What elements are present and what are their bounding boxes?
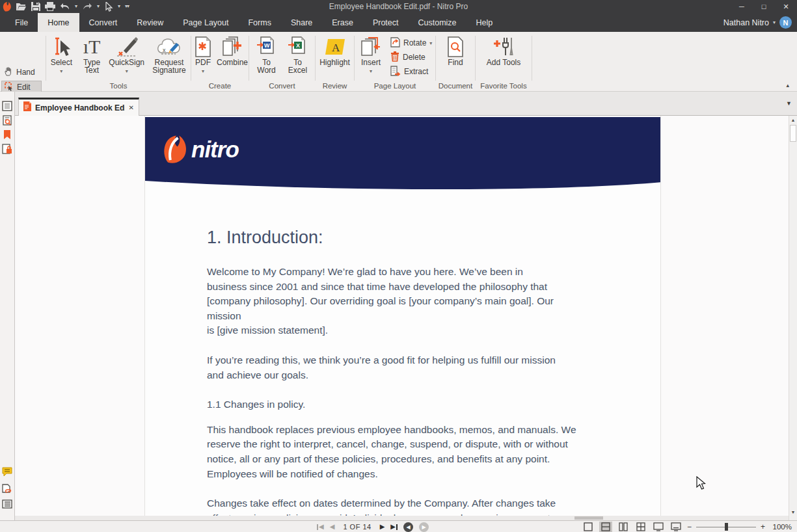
layers-panel-icon[interactable] xyxy=(2,499,13,511)
single-page-view-icon[interactable] xyxy=(582,522,595,532)
combine-button[interactable]: Combine xyxy=(217,33,248,75)
last-page-button[interactable]: ▶ xyxy=(390,521,398,532)
close-button[interactable]: ✕ xyxy=(775,0,797,13)
history-forward-button[interactable]: ▶ xyxy=(419,522,429,532)
view-controls: − + 100% xyxy=(582,521,792,532)
extract-button[interactable]: Extract xyxy=(390,65,432,78)
combine-icon xyxy=(222,35,243,59)
request-signature-label: Request Signature xyxy=(148,59,190,74)
to-word-label: To Word xyxy=(252,59,281,74)
add-tools-icon xyxy=(493,35,514,59)
select-label: Select xyxy=(51,59,72,66)
user-account[interactable]: Nathan Nitro ▾ N xyxy=(723,13,792,32)
maximize-button[interactable]: □ xyxy=(753,0,775,13)
menu-tab-page-layout[interactable]: Page Layout xyxy=(173,13,238,32)
zoom-slider-thumb[interactable] xyxy=(725,523,728,531)
zoom-slider[interactable] xyxy=(696,522,756,531)
request-signature-button[interactable]: x Request Signature xyxy=(148,33,190,75)
facing-continuous-view-icon[interactable] xyxy=(634,522,647,532)
document-tab-bar: Employee Handbook Edit ✕ ▼ xyxy=(15,92,797,116)
section-subheading: 1.1 Changes in policy. xyxy=(207,397,607,412)
collapse-ribbon-icon[interactable]: ▴ xyxy=(786,82,789,88)
insert-button[interactable]: Insert ▾ xyxy=(357,33,385,78)
status-bar: ◀ ◀ 1 OF 14 ▶ ▶ ◀ ▶ − + 100% xyxy=(0,520,797,532)
tab-list-dropdown-icon[interactable]: ▼ xyxy=(786,100,792,107)
type-text-button[interactable]: ıT Type Text xyxy=(79,33,105,75)
insert-icon xyxy=(360,35,381,59)
page-number-indicator[interactable]: 1 OF 14 xyxy=(343,523,371,531)
horizontal-scrollbar-thumb[interactable] xyxy=(574,516,603,520)
comments-panel-icon[interactable] xyxy=(2,467,13,478)
vertical-scrollbar-thumb[interactable] xyxy=(790,125,796,142)
pdf-page: nitro 1. Introduction: Welcome to My Com… xyxy=(144,116,661,520)
history-back-button[interactable]: ◀ xyxy=(403,522,413,532)
to-word-button[interactable]: W To Word xyxy=(252,33,281,74)
quicksign-dropdown-icon: ▾ xyxy=(126,68,128,75)
scroll-up-icon[interactable]: ▲ xyxy=(789,118,797,122)
menu-tab-help[interactable]: Help xyxy=(466,13,503,32)
document-heading: 1. Introduction: xyxy=(207,228,607,248)
zoom-in-button[interactable]: + xyxy=(761,522,765,531)
next-page-button[interactable]: ▶ xyxy=(380,521,385,532)
window-controls: ─ □ ✕ xyxy=(731,0,797,13)
menu-tab-review[interactable]: Review xyxy=(127,13,173,32)
pdf-button[interactable]: PDF ▾ xyxy=(192,33,214,75)
menu-tab-file[interactable]: File xyxy=(5,13,38,32)
tab-close-icon[interactable]: ✕ xyxy=(129,104,134,111)
rotate-dropdown-icon: ▾ xyxy=(429,40,432,46)
hand-mode-button[interactable]: Hand xyxy=(1,66,42,79)
menu-tab-home[interactable]: Home xyxy=(38,13,79,32)
vertical-scrollbar[interactable]: ▲ ▼ xyxy=(789,116,797,520)
document-canvas[interactable]: nitro 1. Introduction: Welcome to My Com… xyxy=(15,116,789,520)
pages-panel-icon[interactable] xyxy=(2,101,13,112)
first-page-button[interactable]: ◀ xyxy=(317,521,324,532)
ribbon-group-convert: W To Word X To Excel Convert xyxy=(250,32,314,91)
menu-tab-protect[interactable]: Protect xyxy=(363,13,409,32)
pdf-file-icon xyxy=(23,101,31,114)
add-tools-button[interactable]: Add Tools xyxy=(486,33,521,66)
document-group-label: Document xyxy=(437,82,474,90)
delete-button[interactable]: Delete xyxy=(390,51,432,64)
delete-label: Delete xyxy=(403,53,426,62)
edit-mode-label: Edit xyxy=(17,83,31,92)
ribbon-group-page-layout: Insert ▾ Rotate ▾ Delete Extract Pa xyxy=(355,32,435,91)
menu-tab-customize[interactable]: Customize xyxy=(409,13,466,32)
horizontal-scrollbar[interactable] xyxy=(15,516,789,520)
menu-tab-share[interactable]: Share xyxy=(281,13,322,32)
pdf-icon xyxy=(195,35,211,59)
to-excel-icon: X xyxy=(288,35,308,59)
group-divider xyxy=(532,36,532,81)
select-button[interactable]: Select ▾ xyxy=(47,33,76,75)
document-tab[interactable]: Employee Handbook Edit ✕ xyxy=(18,98,139,116)
rotate-label: Rotate xyxy=(403,38,426,47)
rotate-button[interactable]: Rotate ▾ xyxy=(390,36,432,49)
security-panel-icon[interactable] xyxy=(2,144,13,155)
search-panel-icon[interactable] xyxy=(2,115,13,126)
group-divider xyxy=(354,36,355,81)
zoom-out-button[interactable]: − xyxy=(687,522,692,531)
continuous-view-icon[interactable] xyxy=(599,522,612,532)
menu-tab-convert[interactable]: Convert xyxy=(79,13,128,32)
avatar[interactable]: N xyxy=(779,16,792,29)
menu-tab-forms[interactable]: Forms xyxy=(238,13,280,32)
menu-tab-erase[interactable]: Erase xyxy=(322,13,363,32)
facing-pages-view-icon[interactable] xyxy=(617,522,630,532)
highlight-button[interactable]: A Highlight xyxy=(317,33,353,66)
scroll-down-icon[interactable]: ▼ xyxy=(789,510,797,514)
zoom-level-indicator: 100% xyxy=(770,523,792,531)
fit-width-view-icon[interactable] xyxy=(669,522,682,532)
bookmarks-panel-icon[interactable] xyxy=(2,129,13,140)
svg-text:W: W xyxy=(264,42,270,49)
previous-page-button[interactable]: ◀ xyxy=(330,521,335,532)
fit-page-view-icon[interactable] xyxy=(652,522,665,532)
attachments-panel-icon[interactable] xyxy=(2,483,13,494)
document-tab-title: Employee Handbook Edit xyxy=(35,103,125,113)
type-text-icon: ıT xyxy=(83,35,101,59)
find-button[interactable]: Find xyxy=(441,33,470,66)
quicksign-button[interactable]: QuickSign ▾ xyxy=(108,33,146,75)
type-text-label: Type Text xyxy=(79,59,105,74)
to-excel-button[interactable]: X To Excel xyxy=(284,33,312,74)
group-divider xyxy=(191,36,191,81)
minimize-button[interactable]: ─ xyxy=(731,0,753,13)
user-dropdown-icon: ▾ xyxy=(773,20,776,25)
